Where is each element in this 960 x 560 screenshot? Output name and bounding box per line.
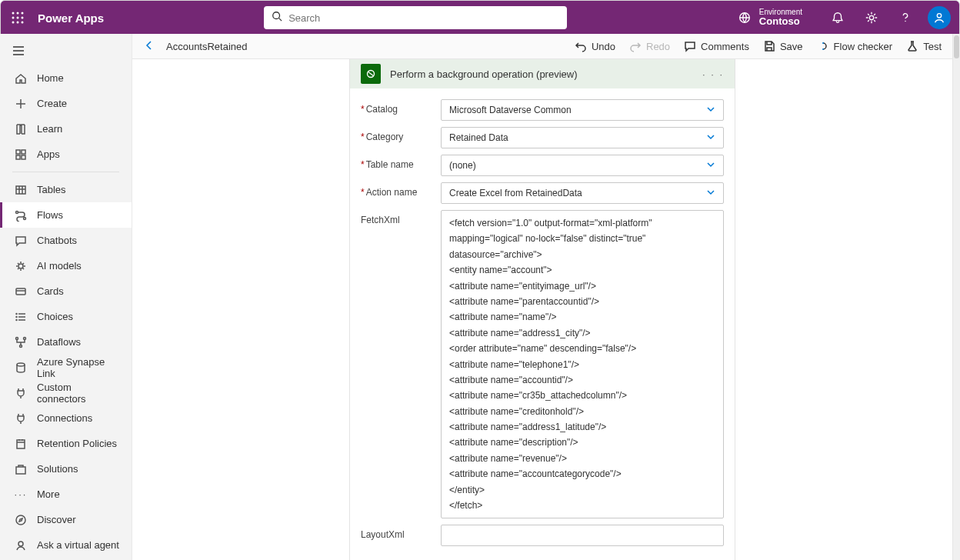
svg-point-14 — [937, 14, 941, 18]
svg-point-5 — [22, 17, 24, 19]
nav-item-flows[interactable]: Flows — [0, 202, 132, 228]
field-label: Category — [366, 132, 404, 142]
redo-button[interactable]: Redo — [629, 40, 670, 52]
environment-name: Contoso — [759, 16, 802, 27]
app-launcher-icon[interactable] — [10, 10, 25, 25]
nav-item-ai-models[interactable]: AI models — [0, 253, 132, 278]
nav-item-more[interactable]: ··· More — [0, 482, 132, 507]
svg-point-7 — [17, 22, 19, 24]
svg-point-51 — [822, 48, 824, 50]
nav-item-synapse[interactable]: Azure Synapse Link — [0, 355, 132, 380]
svg-point-8 — [22, 22, 24, 24]
svg-point-38 — [16, 319, 17, 320]
nav-item-discover[interactable]: Discover — [0, 507, 132, 532]
check-icon — [817, 40, 829, 52]
nav-item-connections[interactable]: Connections — [0, 405, 132, 431]
nav-item-solutions[interactable]: Solutions — [0, 456, 132, 482]
select-value: Create Excel from RetainedData — [449, 188, 582, 198]
action-name-select[interactable]: Create Excel from RetainedData — [441, 182, 724, 204]
comments-button[interactable]: Comments — [684, 40, 749, 52]
fetchxml-textarea[interactable]: <fetch version="1.0" output-format="xml-… — [441, 210, 724, 518]
nav-item-custom-connectors[interactable]: Custom connectors — [0, 380, 132, 405]
plus-icon — [14, 97, 28, 111]
svg-point-4 — [17, 17, 19, 19]
svg-point-3 — [12, 17, 15, 19]
table-icon — [14, 183, 28, 197]
select-value: (none) — [449, 160, 476, 171]
nav-label: Dataflows — [37, 336, 81, 348]
connector-icon — [14, 386, 28, 400]
select-value: Microsoft Dataverse Common — [449, 105, 572, 115]
nav-item-tables[interactable]: Tables — [0, 177, 132, 202]
card-header[interactable]: Perform a background operation (preview)… — [350, 59, 735, 88]
search-box[interactable] — [264, 6, 567, 29]
tool-label: Flow checker — [834, 41, 893, 52]
category-select[interactable]: Retained Data — [441, 127, 724, 148]
nav-item-apps[interactable]: Apps — [0, 142, 132, 167]
search-input[interactable] — [288, 12, 559, 24]
nav-label: Ask a virtual agent — [37, 539, 119, 551]
tool-label: Comments — [701, 41, 749, 52]
app-header: Power Apps Environment Contoso — [1, 1, 959, 35]
svg-point-0 — [12, 12, 15, 15]
nav-label: Retention Policies — [37, 438, 117, 449]
nav-divider — [12, 172, 119, 172]
cards-icon — [14, 285, 28, 298]
nav-item-home[interactable]: Home — [0, 65, 132, 91]
nav-label: AI models — [37, 260, 82, 272]
nav-item-retention[interactable]: Retention Policies — [0, 431, 132, 456]
redo-icon — [629, 40, 642, 52]
svg-rect-47 — [16, 467, 25, 474]
environment-picker[interactable]: Environment Contoso — [738, 8, 802, 27]
layoutxml-input[interactable] — [441, 525, 724, 546]
card-menu-icon[interactable]: · · · — [702, 68, 724, 80]
field-label: Action name — [366, 187, 418, 198]
home-icon — [14, 72, 28, 85]
chevron-down-icon — [706, 188, 715, 199]
search-icon — [272, 11, 282, 25]
svg-rect-21 — [22, 150, 25, 154]
svg-point-30 — [18, 264, 23, 268]
nav-item-chatbots[interactable]: Chatbots — [0, 228, 132, 253]
nav-item-cards[interactable]: Cards — [0, 278, 132, 304]
nav-item-dataflows[interactable]: Dataflows — [0, 329, 132, 355]
subheader: AccountsRetained Undo Redo Comments — [132, 34, 952, 59]
settings-icon[interactable] — [858, 4, 885, 32]
flow-checker-button[interactable]: Flow checker — [817, 40, 893, 52]
synapse-icon — [14, 361, 28, 375]
ai-icon — [14, 259, 28, 273]
test-button[interactable]: Test — [906, 40, 942, 52]
notifications-icon[interactable] — [824, 4, 852, 32]
nav-label: Create — [37, 98, 67, 109]
table-name-select[interactable]: (none) — [441, 155, 724, 176]
nav-label: Azure Synapse Link — [37, 356, 122, 379]
nav-label: Home — [37, 72, 64, 84]
nav-item-create[interactable]: Create — [0, 91, 132, 116]
svg-point-42 — [17, 363, 25, 366]
back-icon[interactable] — [143, 39, 155, 54]
save-button[interactable]: Save — [763, 40, 803, 52]
help-icon[interactable] — [892, 4, 919, 32]
agent-icon — [14, 538, 28, 552]
field-label: FetchXml — [361, 215, 400, 225]
svg-point-2 — [22, 12, 24, 15]
undo-button[interactable]: Undo — [575, 40, 615, 52]
svg-rect-24 — [16, 186, 25, 194]
catalog-select[interactable]: Microsoft Dataverse Common — [441, 99, 724, 121]
scrollbar-thumb[interactable] — [954, 35, 959, 58]
svg-point-37 — [16, 316, 17, 317]
nav-item-ask-agent[interactable]: Ask a virtual agent — [0, 532, 132, 558]
save-icon — [763, 40, 775, 52]
nav-collapse-icon[interactable] — [0, 38, 132, 65]
nav-item-choices[interactable]: Choices — [0, 304, 132, 329]
flow-icon — [14, 208, 28, 222]
undo-icon — [575, 40, 587, 52]
nav-item-learn[interactable]: Learn — [0, 116, 132, 142]
nav-label: Discover — [37, 514, 76, 525]
dataverse-icon — [361, 64, 381, 84]
chevron-down-icon — [706, 132, 715, 144]
field-label: Catalog — [366, 104, 398, 115]
scrollbar[interactable] — [952, 34, 960, 560]
retention-icon — [14, 437, 28, 451]
account-avatar[interactable] — [925, 4, 953, 32]
